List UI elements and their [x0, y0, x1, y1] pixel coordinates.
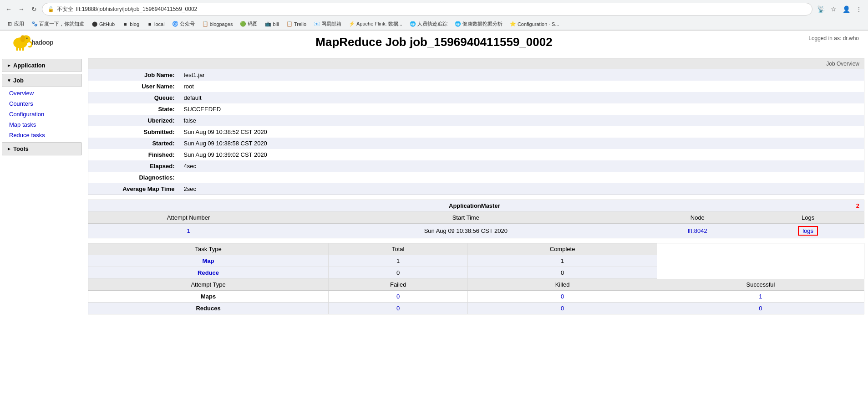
bookmark-trello[interactable]: 📋 Trello [284, 20, 309, 28]
bookmark-blog[interactable]: ■ blog [119, 20, 142, 28]
diagnostics-label: Diagnostics: [88, 172, 179, 183]
overview-link[interactable]: Overview [9, 90, 34, 97]
reduces-successful-link[interactable]: 0 [759, 305, 762, 312]
avg-map-time-value: 2sec [179, 183, 864, 195]
am-col-attempt: Attempt Number [88, 212, 289, 224]
attempt-reduces-failed: 0 [329, 303, 468, 314]
sidebar-application-label: Application [13, 62, 46, 69]
sidebar-application-header[interactable]: ► Application [2, 59, 82, 72]
map-link[interactable]: Map [203, 257, 214, 264]
am-logs-link[interactable]: logs [802, 227, 813, 234]
maps-killed-link[interactable]: 0 [561, 293, 564, 300]
sidebar-job-header[interactable]: ▼ Job [2, 74, 82, 87]
am-col-start-time: Start Time [289, 212, 643, 224]
attempt-successful-header: Successful [657, 279, 864, 291]
sidebar-item-counters[interactable]: Counters [0, 98, 84, 109]
back-button[interactable]: ← [4, 4, 14, 14]
blogpages-icon: 📋 [202, 21, 208, 27]
attempt-killed-header: Killed [468, 279, 657, 291]
health-icon: 🌐 [455, 21, 461, 27]
reduces-failed-link[interactable]: 0 [396, 305, 400, 312]
forward-button[interactable]: → [16, 4, 26, 14]
apps-icon: ⊞ [6, 21, 13, 27]
map-tasks-link[interactable]: Map tasks [9, 121, 36, 128]
main-layout: ► Application ▼ Job Overview Counters Co… [0, 54, 868, 386]
bookmark-flink[interactable]: ⚡ Apache Flink: 数据... [346, 20, 405, 28]
am-node-link[interactable]: lft:8042 [688, 227, 707, 234]
svg-text:hadoop: hadoop [31, 39, 54, 46]
sidebar-item-map-tasks[interactable]: Map tasks [0, 119, 84, 130]
elapsed-value: 4sec [179, 160, 864, 172]
svg-point-3 [26, 37, 28, 39]
logs-badge: logs [798, 226, 818, 236]
bookmark-local[interactable]: ■ local [144, 20, 168, 28]
am-attempt-count: 2 [856, 202, 859, 209]
job-name-label: Job Name: [88, 69, 179, 81]
bookmark-baidu[interactable]: 🐾 百度一下，你就知道 [29, 20, 87, 28]
svg-point-2 [20, 35, 25, 42]
bookmark-blogpages[interactable]: 📋 blogpages [199, 20, 236, 28]
menu-button[interactable]: ⋮ [853, 4, 864, 15]
user-name-label: User Name: [88, 81, 179, 92]
address-bar[interactable]: 🔓 不安全 lft:19888/jobhistory/job/job_15969… [42, 3, 812, 15]
bookmark-github[interactable]: ⬤ GitHub [89, 20, 117, 28]
counters-link[interactable]: Counters [9, 100, 33, 107]
reload-button[interactable]: ↻ [29, 4, 39, 14]
uberized-label: Uberized: [88, 115, 179, 126]
uberized-row: Uberized: false [88, 115, 864, 126]
browser-chrome: ← → ↻ 🔓 不安全 lft:19888/jobhistory/job/job… [0, 0, 868, 31]
bookmark-button[interactable]: ☆ [828, 4, 839, 15]
page-title: MapReduce Job job_1596940411559_0002 [315, 35, 552, 49]
cast-button[interactable]: 📡 [815, 4, 826, 15]
attempt-header-row: Attempt Type Failed Killed Successful [88, 279, 864, 291]
finished-value: Sun Aug 09 10:39:02 CST 2020 [179, 149, 864, 160]
bookmark-track[interactable]: 🌐 人员轨迹追踪 [407, 20, 450, 28]
sidebar-item-reduce-tasks[interactable]: Reduce tasks [0, 130, 84, 140]
attempt-type-header: Attempt Type [88, 279, 329, 291]
attempt-failed-header: Failed [329, 279, 468, 291]
queue-row: Queue: default [88, 92, 864, 103]
state-value: SUCCEEDED [179, 103, 864, 115]
task-map-total: 1 [329, 255, 468, 267]
maps-failed-link[interactable]: 0 [396, 293, 400, 300]
attempt-maps-row: Maps 0 0 1 [88, 291, 864, 303]
reduces-killed-link[interactable]: 0 [561, 305, 564, 312]
task-total-header: Total [329, 243, 468, 255]
main-content: Job Overview Job Name: test1.jar User Na… [84, 54, 868, 386]
am-col-node: Node [643, 212, 752, 224]
github-icon: ⬤ [91, 21, 98, 27]
started-row: Started: Sun Aug 09 10:38:58 CST 2020 [88, 138, 864, 149]
attempt-maps-failed: 0 [329, 291, 468, 303]
configuration-link[interactable]: Configuration [9, 111, 44, 118]
am-section-label: ApplicationMaster 2 [88, 200, 864, 212]
maps-successful-link[interactable]: 1 [759, 293, 762, 300]
diagnostics-value [179, 172, 864, 183]
avg-map-time-row: Average Map Time 2sec [88, 183, 864, 195]
task-summary-table: Task Type Total Complete Map 1 1 Reduce … [88, 243, 864, 314]
profile-button[interactable]: 👤 [841, 4, 852, 15]
job-overview-header-row: Job Overview [88, 58, 864, 70]
sidebar-item-overview[interactable]: Overview [0, 88, 84, 98]
bookmark-health[interactable]: 🌐 健康数据挖掘分析 [452, 20, 505, 28]
am-logs-cell: logs [752, 224, 864, 238]
sidebar-job-label: Job [13, 77, 24, 84]
task-type-header: Task Type [88, 243, 329, 255]
attempt-maps-killed: 0 [468, 291, 657, 303]
bookmark-apps[interactable]: ⊞ 应用 [4, 20, 27, 28]
baidu-icon: 🐾 [31, 21, 38, 27]
config-star-icon: ⭐ [510, 21, 516, 27]
attempt-reduces-successful: 0 [657, 303, 864, 314]
reduce-link[interactable]: Reduce [198, 269, 219, 276]
bookmark-wangyi[interactable]: 📧 网易邮箱 [311, 20, 344, 28]
reduce-tasks-link[interactable]: Reduce tasks [9, 132, 45, 139]
bookmark-matu[interactable]: 🟢 码图 [237, 20, 260, 28]
bookmark-bili[interactable]: 📺 bili [262, 20, 281, 28]
sidebar-tools-header[interactable]: ► Tools [2, 142, 82, 155]
sidebar-item-configuration[interactable]: Configuration [0, 109, 84, 119]
bookmarks-bar: ⊞ 应用 🐾 百度一下，你就知道 ⬤ GitHub ■ blog ■ local… [0, 18, 868, 30]
bookmark-config[interactable]: ⭐ Configuration - S... [507, 20, 562, 28]
attempt-maps-type: Maps [88, 291, 329, 303]
am-attempt-link[interactable]: 1 [187, 227, 190, 234]
job-overview-section-label: Job Overview [88, 58, 864, 70]
bookmark-gongzhonghao[interactable]: 🌀 公众号 [169, 20, 198, 28]
